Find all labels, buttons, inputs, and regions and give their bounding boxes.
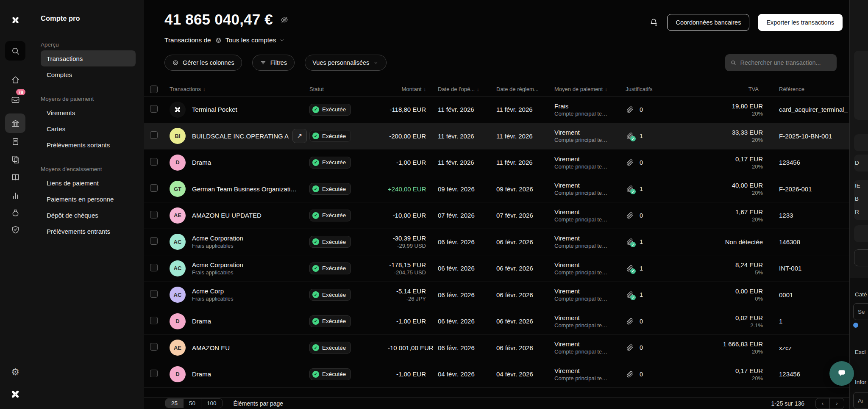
check-icon: ✓ <box>312 265 319 272</box>
sidebar-item-pr-l-vements-sortants[interactable]: Prélèvements sortants <box>41 137 136 153</box>
check-icon: ✓ <box>312 212 319 219</box>
next-page-button[interactable]: › <box>830 398 844 409</box>
page-size-25[interactable]: 25 <box>166 399 184 408</box>
verified-check-icon: ✓ <box>630 295 636 300</box>
table-row[interactable]: AE AMAZON EU ↗ ✓Exécutée -10 001,00 EUR … <box>144 335 849 362</box>
bank-icon[interactable] <box>5 113 25 133</box>
table-row[interactable]: AC Acme Corporation Frais applicables ↗ … <box>144 229 849 256</box>
filter-icon <box>260 59 267 66</box>
sidebar-item-liens-de-paiement[interactable]: Liens de paiement <box>41 175 136 191</box>
col-montant[interactable]: Montant <box>402 86 422 92</box>
row-checkbox[interactable] <box>150 158 158 166</box>
vat-amount: 0,17 EUR <box>670 155 763 163</box>
row-checkbox[interactable] <box>150 131 158 139</box>
operation-date: 11 févr. 2026 <box>430 106 494 113</box>
side-panel-card <box>854 134 868 151</box>
table-row[interactable]: D Drama ↗ ✓Exécutée -1,00 EUR 11 févr. 2… <box>144 149 849 176</box>
col-moyen-paiement[interactable]: Moyen de paiement <box>554 86 603 92</box>
sidebar-item-cartes[interactable]: Cartes <box>41 121 136 137</box>
avatar: BI <box>170 128 186 144</box>
row-checkbox[interactable] <box>150 211 158 218</box>
chevron-down-icon <box>279 37 285 43</box>
side-panel-section-label: Infor <box>855 379 866 385</box>
transaction-search[interactable] <box>725 54 837 71</box>
col-transactions[interactable]: Transactions <box>170 86 201 92</box>
sidebar-section-label: Moyens d'encaissement <box>41 162 136 175</box>
row-checkbox[interactable] <box>150 264 158 271</box>
previous-page-button[interactable]: ‹ <box>816 398 830 409</box>
page-size-50[interactable]: 50 <box>184 399 201 408</box>
table-row[interactable]: logo Terminal Pocket ↗ ✓Exécutée -118,80… <box>144 97 849 123</box>
icon-rail: 78 ⚙ <box>0 0 31 409</box>
sidebar-item-transactions[interactable]: Transactions <box>41 50 136 66</box>
receipt-icon[interactable] <box>5 132 25 151</box>
row-checkbox[interactable] <box>150 237 158 245</box>
open-external-button[interactable]: ↗ <box>292 129 307 143</box>
chat-widget-button[interactable] <box>829 361 854 386</box>
page-size-100[interactable]: 100 <box>201 399 222 408</box>
reference: F-2026-001 <box>763 185 849 193</box>
side-panel-select-cutoff[interactable]: Se <box>853 303 868 320</box>
custom-views-button[interactable]: Vues personnalisées <box>305 55 387 71</box>
vat-rate: 0% <box>670 296 763 302</box>
sidebar-item-d-p-t-de-ch-ques[interactable]: Dépôt de chèques <box>41 207 136 223</box>
col-date-operation[interactable]: Date de l'opé... <box>438 86 475 92</box>
table-row[interactable]: AC Acme Corp Frais applicables ↗ ✓Exécut… <box>144 282 849 309</box>
search-icon[interactable] <box>5 41 25 61</box>
side-panel-fragment: R <box>855 209 859 215</box>
operation-date: 11 févr. 2026 <box>430 133 494 140</box>
col-statut[interactable]: Statut <box>309 86 324 92</box>
filters-button[interactable]: Filtres <box>252 55 295 71</box>
table-row[interactable]: AC Acme Corporation Frais applicables ↗ … <box>144 255 849 282</box>
col-date-reglement[interactable]: Date de règlem... <box>496 86 539 92</box>
manage-columns-button[interactable]: Gérer les colonnes <box>164 55 242 71</box>
shield-check-icon[interactable] <box>5 220 25 239</box>
search-input[interactable] <box>740 59 832 66</box>
transactions-table-body: logo Terminal Pocket ↗ ✓Exécutée -118,80… <box>144 97 849 397</box>
account-selector[interactable]: Tous les comptes <box>215 36 286 44</box>
row-checkbox[interactable] <box>150 105 158 113</box>
pagination-nav: ‹ › <box>815 398 844 409</box>
row-checkbox[interactable] <box>150 317 158 324</box>
settings-gear-icon[interactable]: ⚙ <box>5 362 25 382</box>
export-transactions-button[interactable]: Exporter les transactions <box>758 14 843 31</box>
col-justificatifs[interactable]: Justificatifs <box>626 86 653 92</box>
table-row[interactable]: GT German Team Business Organizati… ↗ ✓E… <box>144 176 849 203</box>
inbox-icon[interactable]: 78 <box>5 90 25 109</box>
table-row[interactable]: D Drama ↗ ✓Exécutée -1,00 EUR 04 févr. 2… <box>144 361 849 388</box>
sidebar-item-paiements-en-personne[interactable]: Paiements en personne <box>41 191 136 207</box>
home-icon[interactable] <box>5 70 25 89</box>
sidebar-item-virements[interactable]: Virements <box>41 105 136 121</box>
payment-account: Compte principal te… <box>554 111 624 117</box>
paperclip-icon: ✓ <box>626 211 634 220</box>
table-row[interactable]: BI BUILDSCALE INC.OPERATING A ↗ ✓Exécuté… <box>144 123 849 150</box>
verified-check-icon: ✓ <box>630 136 636 141</box>
status-badge: ✓Exécutée <box>309 342 351 354</box>
speech-bubble-icon <box>836 368 847 379</box>
transaction-name: AMAZON EU UPDATED <box>192 212 262 219</box>
row-checkbox[interactable] <box>150 184 158 192</box>
table-row[interactable]: AE AMAZON EU UPDATED ↗ ✓Exécutée -10,00 … <box>144 202 849 229</box>
pagination-range: 1-25 sur 136 <box>771 400 804 407</box>
notification-bell-add-icon[interactable] <box>649 17 659 29</box>
bank-details-button[interactable]: Coordonnées bancaires <box>667 14 749 31</box>
amount: +240,00 EUR <box>388 185 426 193</box>
amount: -1,00 EUR <box>388 159 426 166</box>
select-all-checkbox[interactable] <box>150 86 158 93</box>
check-icon: ✓ <box>312 318 319 325</box>
row-checkbox[interactable] <box>150 290 158 298</box>
hide-balance-icon[interactable] <box>280 11 289 28</box>
side-panel-button-cutoff[interactable] <box>854 249 868 266</box>
sidebar-item-pr-l-vements-entrants[interactable]: Prélèvements entrants <box>41 223 136 239</box>
row-checkbox[interactable] <box>150 370 158 377</box>
col-reference[interactable]: Référence <box>779 86 804 92</box>
table-toolbar: Gérer les colonnes Filtres Vues personna… <box>144 54 849 71</box>
sidebar-item-comptes[interactable]: Comptes <box>41 66 136 83</box>
table-row[interactable]: D Drama ↗ ✓Exécutée -1,00 EUR 06 févr. 2… <box>144 308 849 335</box>
book-icon[interactable] <box>5 167 25 187</box>
side-panel-input-cutoff[interactable]: Ai <box>853 392 868 409</box>
copy-icon[interactable] <box>5 149 25 169</box>
transaction-name: Acme Corporation <box>192 261 243 268</box>
col-tva[interactable]: TVA <box>748 86 759 92</box>
row-checkbox[interactable] <box>150 343 158 351</box>
